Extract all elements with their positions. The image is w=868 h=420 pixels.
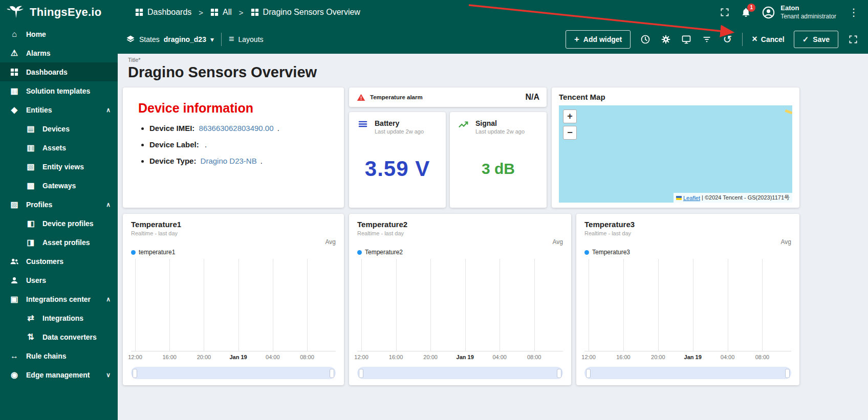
chevron-up-icon: ∧ xyxy=(106,201,111,208)
gridline xyxy=(465,259,466,351)
chart-legend[interactable]: Temperature3 xyxy=(584,249,791,256)
sidebar-item-users[interactable]: Users xyxy=(0,271,118,290)
battery-value: 3.59 V xyxy=(365,157,430,181)
sidebar-item-label: Solution templates xyxy=(26,87,90,95)
sidebar-item-gateways[interactable]: ▩ Gateways xyxy=(0,176,118,195)
zoom-out-button[interactable]: − xyxy=(563,126,577,140)
temperature-alarm-widget[interactable]: Temperature alarm N/A xyxy=(349,87,547,107)
app-logo[interactable]: ThingsEye.io xyxy=(6,5,118,19)
time-range-scrollbar[interactable] xyxy=(131,367,336,379)
dashboard-settings-icon[interactable] xyxy=(660,34,671,45)
user-info: Eaton Tenant administrator xyxy=(780,4,836,20)
chart-x-axis: 12:00 16:00 20:00 Jan 19 04:00 08:00 xyxy=(584,354,791,362)
breadcrumb-all[interactable]: All xyxy=(210,8,232,17)
entities-icon: ◆ xyxy=(9,105,19,115)
layers-icon xyxy=(126,35,135,44)
sidebar-item-asset-profiles[interactable]: ◨ Asset profiles xyxy=(0,233,118,252)
leaflet-link[interactable]: Leaflet xyxy=(683,195,700,201)
sidebar-item-integrations-center[interactable]: ▣ Integrations center ∧ xyxy=(0,290,118,308)
device-imei-value[interactable]: 863663062803490.00 xyxy=(199,124,274,132)
entity-views-icon: ▧ xyxy=(26,162,36,171)
sidebar-item-rule-chains[interactable]: ↔ Rule chains xyxy=(0,346,118,365)
breadcrumb-dashboards[interactable]: Dashboards xyxy=(135,8,191,17)
gridline xyxy=(658,259,659,351)
version-history-icon[interactable]: ↺ xyxy=(722,34,733,45)
signal-trend-icon xyxy=(457,119,470,130)
sidebar-item-integrations[interactable]: ⇄ Integrations xyxy=(0,308,118,327)
chart-legend[interactable]: Temperature2 xyxy=(357,249,563,256)
states-selector[interactable]: States dragino_d23 ▾ xyxy=(126,35,214,44)
sidebar-item-edge-management[interactable]: ◉ Edge management ∨ xyxy=(0,365,118,384)
filters-icon[interactable] xyxy=(701,34,712,45)
asset-profiles-icon: ◨ xyxy=(26,237,36,247)
temperature2-chart-widget[interactable]: Temperature2 Realtime - last day Avg Tem… xyxy=(349,214,571,385)
sidebar-item-label: Device profiles xyxy=(42,219,94,228)
device-profiles-icon: ◧ xyxy=(26,218,36,228)
breadcrumb-label: All xyxy=(223,8,232,17)
sidebar-item-profiles[interactable]: ▨ Profiles ∧ xyxy=(0,195,118,214)
sidebar-item-devices[interactable]: ▤ Devices xyxy=(0,119,118,138)
sidebar-item-customers[interactable]: Customers xyxy=(0,252,118,271)
sidebar-item-solution-templates[interactable]: ▦ Solution templates xyxy=(0,81,118,100)
gridline xyxy=(623,259,624,351)
dashboard-title-field[interactable]: Title* Dragino Sensors Overview xyxy=(123,57,861,81)
time-window-icon[interactable] xyxy=(640,34,651,45)
user-name: Eaton xyxy=(780,4,836,12)
chart-legend[interactable]: temperature1 xyxy=(131,249,336,256)
breadcrumb-separator: > xyxy=(199,8,203,17)
gridline xyxy=(396,259,397,351)
sidebar-item-device-profiles[interactable]: ◧ Device profiles xyxy=(0,214,118,233)
sidebar-item-entities[interactable]: ◆ Entities ∧ xyxy=(0,100,118,119)
cancel-button[interactable]: × Cancel xyxy=(752,34,784,45)
legend-label: Temperature2 xyxy=(365,249,403,256)
time-range-scrollbar[interactable] xyxy=(584,367,791,379)
sidebar-item-label: Entities xyxy=(26,106,52,114)
gridline xyxy=(762,259,763,351)
device-type-value[interactable]: Dragino D23-NB xyxy=(201,157,257,165)
fullscreen-icon[interactable] xyxy=(848,34,859,45)
grid-icon xyxy=(251,8,259,16)
notifications-button[interactable]: 1 xyxy=(741,7,751,18)
edge-management-icon: ◉ xyxy=(9,370,19,380)
time-range-scrollbar[interactable] xyxy=(357,367,563,379)
sidebar-item-home[interactable]: ⌂ Home xyxy=(0,25,118,43)
map-canvas[interactable]: + − Leaflet | ©2024 Tencent - GS(2023)11… xyxy=(559,105,792,203)
dashboard-toolbar: States dragino_d23 ▾ ≡ Layouts + Add wid… xyxy=(118,25,868,54)
fullscreen-icon[interactable] xyxy=(719,7,730,18)
gridline xyxy=(430,259,431,351)
kebab-menu-icon[interactable]: ⋮ xyxy=(847,6,861,18)
aggregation-label: Avg xyxy=(357,238,563,246)
signal-widget[interactable]: Signal Last update 2w ago 3 dB xyxy=(450,112,547,208)
entity-aliases-icon[interactable] xyxy=(681,34,692,45)
temperature1-chart-widget[interactable]: Temperature1 Realtime - last day Avg tem… xyxy=(123,214,344,385)
sidebar-item-assets[interactable]: ▥ Assets xyxy=(0,138,118,157)
sidebar-item-entity-views[interactable]: ▧ Entity views xyxy=(0,157,118,176)
gridline xyxy=(500,259,500,351)
chart-subtitle: Realtime - last day xyxy=(584,230,791,236)
tencent-map-widget[interactable]: Tencent Map + − Leaflet | ©2024 Tencent … xyxy=(552,87,799,208)
chart-title: Temperature1 xyxy=(131,220,336,229)
battery-widget[interactable]: Battery Last update 2w ago 3.59 V xyxy=(349,112,446,208)
sidebar-item-label: Entity views xyxy=(42,163,84,171)
sidebar-item-alarms[interactable]: ⚠ Alarms xyxy=(0,43,118,62)
breadcrumb-current-dashboard[interactable]: Dragino Sensors Overview xyxy=(251,8,360,17)
user-menu[interactable]: Eaton Tenant administrator xyxy=(762,4,836,20)
zoom-in-button[interactable]: + xyxy=(563,109,577,123)
title-field-label: Title* xyxy=(128,57,861,63)
add-widget-button[interactable]: + Add widget xyxy=(566,30,631,49)
dashboard-content: Title* Dragino Sensors Overview Device i… xyxy=(118,54,868,420)
grid-icon xyxy=(210,8,219,16)
breadcrumb: Dashboards > All > Dragino Sensors Overv… xyxy=(135,8,360,17)
save-button[interactable]: ✓ Save xyxy=(794,31,838,48)
plus-icon: + xyxy=(574,34,579,45)
device-information-widget[interactable]: Device information Device IMEI: 86366306… xyxy=(123,87,344,208)
chevron-down-icon: ∨ xyxy=(106,371,111,379)
layouts-button[interactable]: ≡ Layouts xyxy=(229,34,264,45)
sidebar-item-data-converters[interactable]: ⇅ Data converters xyxy=(0,327,118,346)
alarm-label: Temperature alarm xyxy=(370,94,423,100)
sidebar-item-dashboards[interactable]: Dashboards xyxy=(0,62,118,81)
list-item: Device IMEI: 863663062803490.00 . xyxy=(149,124,329,132)
temperature3-chart-widget[interactable]: Temperature3 Realtime - last day Avg Tem… xyxy=(576,214,799,385)
list-item-suffix: . xyxy=(205,140,207,149)
legend-dot xyxy=(357,250,362,255)
